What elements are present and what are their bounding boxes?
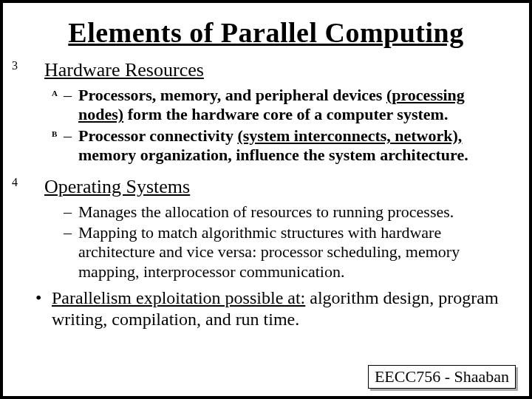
item-text: Mapping to match algorithmic structures …	[78, 223, 460, 281]
item-tag: A	[52, 89, 58, 98]
bullet-icon: •	[35, 287, 41, 309]
item-text: Manages the allocation of resources to r…	[78, 202, 454, 221]
section-number: 3	[12, 59, 18, 72]
slide-title: Elements of Parallel Computing	[25, 16, 507, 49]
section-hardware: 3 Hardware Resources A – Processors, mem…	[25, 59, 507, 166]
footer: EECC756 - Shaaban	[368, 365, 516, 389]
section-os: 4 Operating Systems – Manages the alloca…	[25, 176, 507, 282]
bullet-text: Parallelism exploitation possible at: al…	[52, 288, 499, 329]
sub-list: A – Processors, memory, and peripheral d…	[78, 86, 507, 166]
section-title: Operating Systems	[44, 176, 190, 198]
item-text: Processors, memory, and peripheral devic…	[78, 86, 465, 123]
sub-list: – Manages the allocation of resources to…	[78, 202, 507, 282]
item-text: Processor connectivity (system interconn…	[78, 126, 468, 164]
footer-label: EECC756 - Shaaban	[368, 365, 516, 389]
slide: Elements of Parallel Computing 3 Hardwar…	[0, 0, 532, 399]
bullet-parallelism: • Parallelism exploitation possible at: …	[52, 287, 507, 330]
section-title: Hardware Resources	[44, 59, 204, 81]
dash-icon: –	[64, 86, 72, 105]
section-number: 4	[12, 176, 18, 189]
dash-icon: –	[64, 202, 72, 222]
sub-item-b: B – Processor connectivity (system inter…	[78, 126, 507, 166]
dash-icon: –	[64, 223, 72, 242]
item-tag: B	[52, 129, 57, 139]
sub-item: – Mapping to match algorithmic structure…	[78, 223, 507, 282]
sub-item: – Manages the allocation of resources to…	[78, 202, 507, 222]
dash-icon: –	[64, 126, 72, 146]
sub-item-a: A – Processors, memory, and peripheral d…	[78, 86, 507, 125]
section-header: 3 Hardware Resources	[25, 59, 507, 86]
section-header: 4 Operating Systems	[25, 176, 507, 202]
